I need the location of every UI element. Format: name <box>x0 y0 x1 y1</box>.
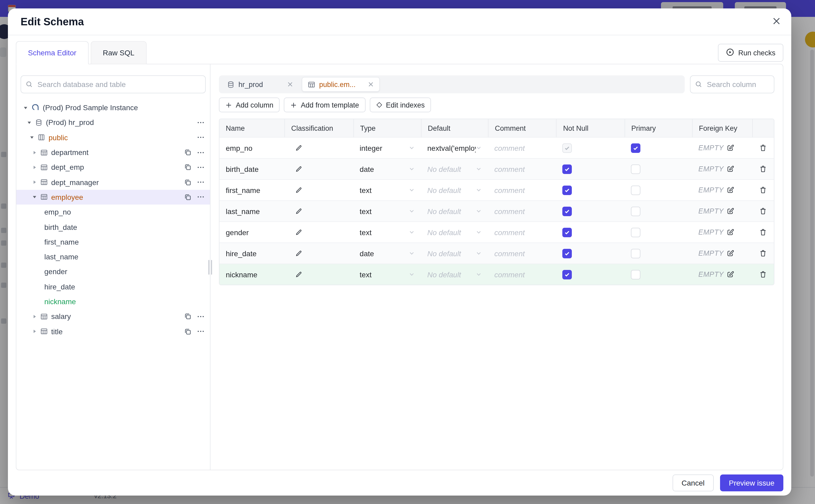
comment-input[interactable]: comment <box>488 243 556 264</box>
type-select[interactable]: text <box>353 264 421 285</box>
default-select[interactable]: nextval('employ <box>421 138 488 158</box>
trash-icon[interactable] <box>759 186 767 194</box>
tree-item-hire_date[interactable]: hire_date <box>16 279 210 294</box>
type-select[interactable]: text <box>353 180 421 200</box>
close-icon[interactable] <box>368 81 374 88</box>
more-icon[interactable] <box>197 178 205 186</box>
trash-icon[interactable] <box>759 228 767 236</box>
primary-checkbox[interactable] <box>631 249 640 258</box>
tree-item-title[interactable]: title <box>16 324 210 339</box>
caret-down-icon[interactable] <box>28 135 35 140</box>
copy-icon[interactable] <box>184 164 191 171</box>
primary-checkbox[interactable] <box>631 227 640 237</box>
preview-issue-button[interactable]: Preview issue <box>720 474 783 491</box>
more-icon[interactable] <box>197 148 205 156</box>
column-name[interactable]: gender <box>219 222 284 243</box>
not-null-checkbox[interactable] <box>563 206 572 216</box>
more-icon[interactable] <box>197 163 205 171</box>
add-column-button[interactable]: Add column <box>219 98 280 112</box>
cancel-button[interactable]: Cancel <box>673 474 713 491</box>
tab-schema-editor[interactable]: Schema Editor <box>16 41 89 64</box>
close-icon[interactable] <box>287 81 293 88</box>
pencil-icon[interactable] <box>295 228 303 236</box>
copy-icon[interactable] <box>184 328 191 335</box>
trash-icon[interactable] <box>759 165 767 173</box>
primary-checkbox[interactable] <box>631 143 640 153</box>
tree-item-nickname[interactable]: nickname <box>16 294 210 309</box>
primary-checkbox[interactable] <box>631 164 640 174</box>
pencil-icon[interactable] <box>295 249 303 257</box>
tree-item-dept_manager[interactable]: dept_manager <box>16 175 210 190</box>
column-search-input[interactable] <box>690 75 774 93</box>
edit-square-icon[interactable] <box>726 186 734 194</box>
comment-input[interactable]: comment <box>488 180 556 200</box>
default-select[interactable]: No default <box>421 264 488 285</box>
comment-input[interactable]: comment <box>488 264 556 285</box>
comment-input[interactable]: comment <box>488 138 556 158</box>
pencil-icon[interactable] <box>295 186 303 194</box>
more-icon[interactable] <box>197 193 205 201</box>
column-name[interactable]: nickname <box>219 264 284 285</box>
caret-right-icon[interactable] <box>31 329 38 334</box>
edit-square-icon[interactable] <box>726 228 734 236</box>
caret-down-icon[interactable] <box>31 195 38 200</box>
column-name[interactable]: first_name <box>219 180 284 200</box>
trash-icon[interactable] <box>759 270 767 278</box>
type-select[interactable]: date <box>353 159 421 179</box>
tree-item-employee[interactable]: employee <box>16 190 210 205</box>
default-select[interactable]: No default <box>421 180 488 200</box>
pencil-icon[interactable] <box>295 144 303 152</box>
primary-checkbox[interactable] <box>631 206 640 216</box>
caret-right-icon[interactable] <box>31 180 38 185</box>
copy-icon[interactable] <box>184 149 191 156</box>
type-select[interactable]: text <box>353 201 421 221</box>
edit-square-icon[interactable] <box>726 270 734 278</box>
more-icon[interactable] <box>197 133 205 141</box>
editor-tab-hr_prod[interactable]: hr_prod <box>221 77 299 92</box>
database-search-input[interactable] <box>21 75 206 93</box>
caret-down-icon[interactable] <box>22 105 29 110</box>
default-select[interactable]: No default <box>421 243 488 264</box>
edit-square-icon[interactable] <box>726 207 734 215</box>
tree-item-public[interactable]: public <box>16 130 210 145</box>
not-null-checkbox[interactable] <box>563 270 572 279</box>
caret-right-icon[interactable] <box>31 314 38 319</box>
caret-right-icon[interactable] <box>31 165 38 170</box>
tree-item-emp_no[interactable]: emp_no <box>16 205 210 220</box>
more-icon[interactable] <box>197 327 205 335</box>
tree-item-department[interactable]: department <box>16 145 210 160</box>
default-select[interactable]: No default <box>421 159 488 179</box>
copy-icon[interactable] <box>184 313 191 320</box>
not-null-checkbox[interactable] <box>563 227 572 237</box>
pencil-icon[interactable] <box>295 207 303 215</box>
edit-indexes-button[interactable]: Edit indexes <box>369 98 431 112</box>
column-name[interactable]: last_name <box>219 201 284 221</box>
run-checks-button[interactable]: Run checks <box>718 44 783 62</box>
tree-item-last_name[interactable]: last_name <box>16 249 210 264</box>
tree-item-gender[interactable]: gender <box>16 264 210 279</box>
tree-item-dept_emp[interactable]: dept_emp <box>16 160 210 175</box>
not-null-checkbox[interactable] <box>563 185 572 195</box>
tree-item-salary[interactable]: salary <box>16 309 210 324</box>
comment-input[interactable]: comment <box>488 201 556 221</box>
comment-input[interactable]: comment <box>488 159 556 179</box>
primary-checkbox[interactable] <box>631 270 640 279</box>
comment-input[interactable]: comment <box>488 222 556 243</box>
more-icon[interactable] <box>197 313 205 321</box>
caret-right-icon[interactable] <box>31 150 38 155</box>
more-icon[interactable] <box>197 119 205 127</box>
editor-tab-public-em[interactable]: public.em... <box>302 77 380 92</box>
edit-square-icon[interactable] <box>726 144 734 152</box>
trash-icon[interactable] <box>759 207 767 215</box>
copy-icon[interactable] <box>184 178 191 186</box>
type-select[interactable]: integer <box>353 138 421 158</box>
trash-icon[interactable] <box>759 144 767 152</box>
default-select[interactable]: No default <box>421 201 488 221</box>
add-from-template-button[interactable]: Add from template <box>284 98 365 112</box>
not-null-checkbox[interactable] <box>563 164 572 174</box>
tree-item-birth_date[interactable]: birth_date <box>16 220 210 235</box>
pencil-icon[interactable] <box>295 270 303 278</box>
type-select[interactable]: text <box>353 222 421 243</box>
panel-resize-handle[interactable] <box>208 260 212 274</box>
edit-square-icon[interactable] <box>726 249 734 257</box>
